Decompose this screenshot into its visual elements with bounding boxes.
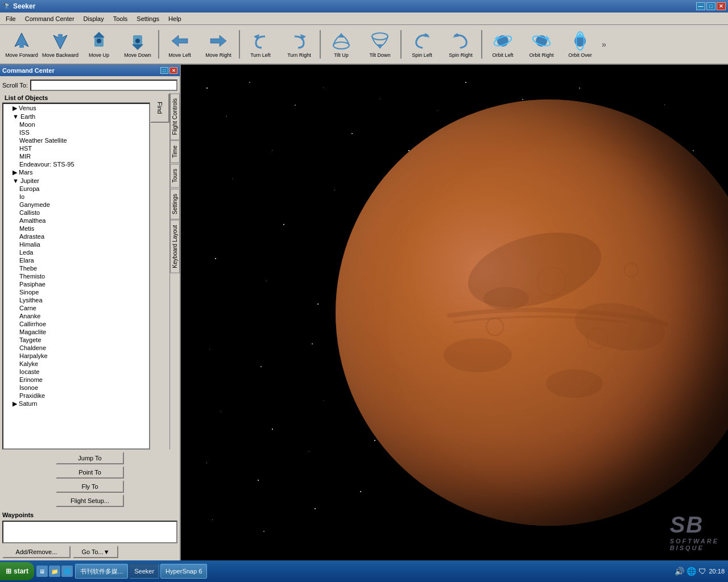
list-item[interactable]: MIR [3,152,149,160]
list-item[interactable]: Carne [3,304,149,312]
taskbar-icon-2[interactable]: 📁 [49,566,60,577]
orbit-left-btn[interactable]: Orbit Left [483,26,522,63]
list-item[interactable]: Harpalyke [3,352,149,360]
toolbar-separator-3 [320,30,321,59]
fly-to-button[interactable]: Fly To [56,480,124,493]
list-item[interactable]: Callirrhoe [3,320,149,328]
list-item[interactable]: Iocaste [3,368,149,376]
menu-help[interactable]: Help [164,14,186,23]
list-item[interactable]: Metis [3,225,149,232]
list-item[interactable]: Elara [3,256,149,264]
panel-restore-button[interactable]: □ [160,67,168,74]
toolbar: Move Forward Move Backward Move Up Move … [0,25,728,65]
move-up-btn[interactable]: Move Up [80,26,118,63]
list-item[interactable]: Thebe [3,264,149,272]
list-item[interactable]: Ganymede [3,201,149,209]
scroll-to-input[interactable] [30,80,177,91]
list-item[interactable]: Sinope [3,288,149,296]
menu-file[interactable]: File [1,14,20,23]
list-item[interactable]: HST [3,144,149,152]
list-item[interactable]: Isonoe [3,384,149,392]
star [226,116,227,117]
list-item[interactable]: Europa [3,185,149,193]
minimize-button[interactable]: — [696,2,705,10]
find-button[interactable]: Find [150,93,169,123]
move-left-btn[interactable]: Move Left [160,26,199,63]
move-backward-btn[interactable]: Move Backward [41,26,80,63]
move-right-btn[interactable]: Move Right [199,26,238,63]
tilt-up-btn[interactable]: Tilt Up [322,26,361,63]
spin-right-btn[interactable]: Spin Right [441,26,480,63]
spin-left-btn[interactable]: Spin Left [403,26,441,63]
orbit-over-btn[interactable]: Orbit Over [561,26,599,63]
list-item[interactable]: Leda [3,248,149,256]
list-item[interactable]: ▶ Mars [3,168,149,177]
star [206,463,207,463]
list-item[interactable]: ▶ Saturn [3,400,149,408]
maximize-button[interactable]: □ [706,2,715,10]
menu-settings[interactable]: Settings [132,14,164,23]
list-item[interactable]: Endeavour: STS-95 [3,160,149,168]
list-item[interactable]: Amalthea [3,217,149,225]
list-item[interactable]: Pasiphae [3,280,149,288]
list-item[interactable]: Weather Satellite [3,136,149,144]
jump-to-button[interactable]: Jump To [56,452,124,464]
side-tab-flight-controls[interactable]: Flight Controls [170,93,180,140]
list-item[interactable]: Callisto [3,209,149,217]
taskbar-program-0[interactable]: 书刊软件多媒... [75,564,128,579]
flight-setup-button[interactable]: Flight Setup... [56,494,124,507]
list-item[interactable]: Themisto [3,272,149,280]
menu-command-center[interactable]: Command Center [20,14,79,23]
side-tab-time[interactable]: Time [170,140,180,163]
taskbar-program-2[interactable]: HyperSnap 6 [160,564,207,579]
list-item[interactable]: ▶ Venus [3,104,149,113]
panel-close-button[interactable]: ✕ [169,67,177,74]
taskbar-icon-3[interactable]: 🌐 [61,566,73,577]
list-item[interactable]: Io [3,193,149,201]
orbit-right-btn[interactable]: Orbit Right [522,26,561,63]
svg-point-30 [571,297,668,357]
list-item[interactable]: ▼ Jupiter [3,177,149,185]
move-forward-btn[interactable]: Move Forward [2,26,41,63]
list-item[interactable]: Himalia [3,240,149,248]
tray-icon-1[interactable]: 🔊 [675,567,684,576]
move-down-btn[interactable]: Move Down [118,26,157,63]
tilt-down-btn[interactable]: Tilt Down [361,26,399,63]
list-item[interactable]: Taygete [3,336,149,344]
menu-tools[interactable]: Tools [109,14,133,23]
tray-icon-2[interactable]: 🌐 [686,567,696,576]
side-tab-keyboard-layout[interactable]: Keyboard Layout [170,220,180,273]
side-tab-tours[interactable]: Tours [170,164,180,188]
list-item[interactable]: Chaldene [3,344,149,352]
taskbar-program-1[interactable]: Seeker [129,564,159,579]
waypoints-label: Waypoints [2,512,177,518]
list-item[interactable]: Ananke [3,312,149,320]
list-item[interactable]: Kalyke [3,360,149,368]
title-bar-left: 🔭 Seeker [2,2,35,10]
turn-right-btn[interactable]: Turn Right [280,26,318,63]
turn-right-icon [289,31,309,51]
add-remove-button[interactable]: Add/Remove... [2,546,71,558]
go-to-button[interactable]: Go To... ▼ [73,546,118,558]
turn-left-btn[interactable]: Turn Left [241,26,280,63]
start-button[interactable]: ⊞ start [0,562,34,580]
side-tab-settings[interactable]: Settings [170,189,180,219]
list-item[interactable]: Lysithea [3,296,149,304]
list-item[interactable]: Adrastea [3,232,149,240]
svg-point-29 [460,219,610,321]
taskbar-icon-1[interactable]: 🖥 [36,566,48,577]
menu-display[interactable]: Display [79,14,109,23]
list-item[interactable]: Erinome [3,376,149,384]
object-list[interactable]: ▶ Venus▼ EarthMoonISSWeather SatelliteHS… [2,103,150,450]
list-item[interactable]: ▼ Earth [3,113,149,120]
toolbar-more[interactable]: » [599,40,609,49]
taskbar-quick-launch: 🖥 📁 🌐 [36,566,73,577]
tray-icon-3[interactable]: 🛡 [698,567,706,576]
list-item[interactable]: Magaclite [3,328,149,336]
list-item[interactable]: Moon [3,120,149,128]
point-to-button[interactable]: Point To [56,466,124,479]
close-button[interactable]: ✕ [717,2,726,10]
list-item[interactable]: Praxidike [3,392,149,400]
star [579,88,580,89]
list-item[interactable]: ISS [3,128,149,136]
